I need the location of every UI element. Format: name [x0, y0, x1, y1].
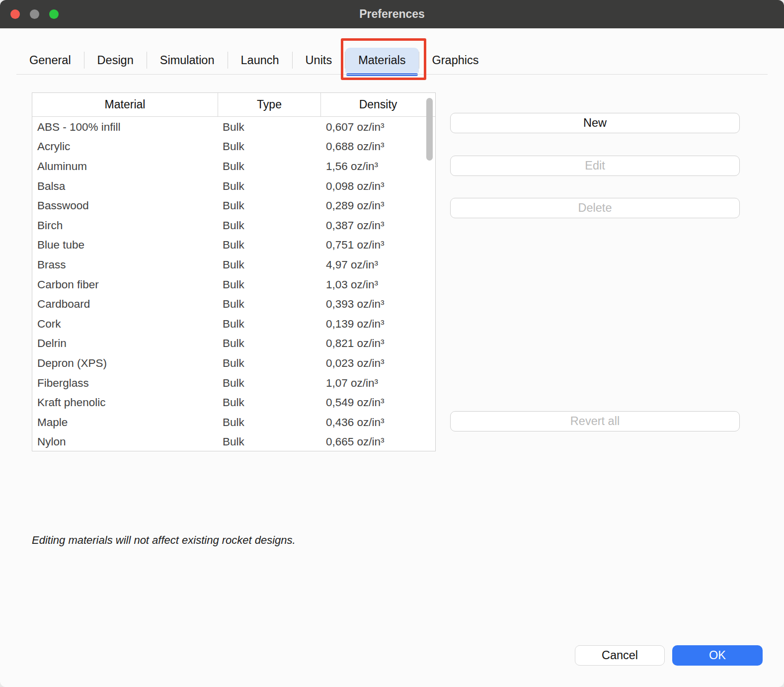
cell-material: Blue tube	[32, 239, 218, 252]
cell-density: 0,139 oz/in³	[321, 318, 435, 331]
table-row[interactable]: CardboardBulk0,393 oz/in³	[32, 294, 435, 314]
cell-material: Aluminum	[32, 160, 218, 173]
table-row[interactable]: ABS - 100% infillBulk0,607 oz/in³	[32, 117, 435, 137]
table-row[interactable]: MapleBulk0,436 oz/in³	[32, 413, 435, 432]
cell-material: Depron (XPS)	[32, 357, 218, 370]
cell-type: Bulk	[218, 318, 321, 331]
cell-material: Cork	[32, 318, 218, 331]
table-row[interactable]: Depron (XPS)Bulk0,023 oz/in³	[32, 353, 435, 373]
tab-bar: GeneralDesignSimulationLaunchUnitsMateri…	[16, 48, 768, 73]
cell-type: Bulk	[218, 357, 321, 370]
table-row[interactable]: BasswoodBulk0,289 oz/in³	[32, 196, 435, 216]
scrollbar-thumb[interactable]	[426, 98, 433, 161]
tab-design[interactable]: Design	[84, 48, 147, 73]
cell-type: Bulk	[218, 121, 321, 134]
cell-type: Bulk	[218, 377, 321, 390]
cell-density: 0,688 oz/in³	[321, 140, 435, 153]
column-header-density: Density	[321, 93, 435, 116]
table-row[interactable]: BirchBulk0,387 oz/in³	[32, 216, 435, 236]
table-row[interactable]: Kraft phenolicBulk0,549 oz/in³	[32, 393, 435, 413]
cell-material: Kraft phenolic	[32, 396, 218, 409]
cell-type: Bulk	[218, 140, 321, 153]
cell-material: Brass	[32, 258, 218, 271]
traffic-lights	[10, 9, 59, 19]
table-row[interactable]: NylonBulk0,665 oz/in³	[32, 432, 435, 451]
cell-density: 0,098 oz/in³	[321, 180, 435, 193]
cell-density: 1,07 oz/in³	[321, 377, 435, 390]
tab-graphics[interactable]: Graphics	[419, 48, 492, 73]
cell-type: Bulk	[218, 298, 321, 311]
cell-type: Bulk	[218, 219, 321, 232]
cell-density: 0,393 oz/in³	[321, 298, 435, 311]
cell-density: 0,289 oz/in³	[321, 199, 435, 212]
cell-material: Fiberglass	[32, 377, 218, 390]
cell-type: Bulk	[218, 199, 321, 212]
cell-type: Bulk	[218, 258, 321, 271]
tab-launch[interactable]: Launch	[228, 48, 292, 73]
cell-density: 0,023 oz/in³	[321, 357, 435, 370]
cell-type: Bulk	[218, 239, 321, 252]
cell-density: 0,665 oz/in³	[321, 435, 435, 448]
cell-density: 4,97 oz/in³	[321, 258, 435, 271]
cell-material: Carbon fiber	[32, 278, 218, 291]
tab-general[interactable]: General	[16, 48, 84, 73]
cancel-button[interactable]: Cancel	[575, 645, 665, 666]
cell-density: 0,549 oz/in³	[321, 396, 435, 409]
tabbar-separator	[16, 74, 768, 75]
cell-material: Maple	[32, 416, 218, 429]
cell-type: Bulk	[218, 278, 321, 291]
revert-all-button[interactable]: Revert all	[450, 411, 740, 431]
table-row[interactable]: CorkBulk0,139 oz/in³	[32, 314, 435, 334]
cell-material: Delrin	[32, 337, 218, 350]
delete-button[interactable]: Delete	[450, 198, 740, 218]
materials-table-body: ABS - 100% infillBulk0,607 oz/in³Acrylic…	[32, 117, 435, 451]
cell-material: Acrylic	[32, 140, 218, 153]
cell-material: Basswood	[32, 199, 218, 212]
cell-density: 0,607 oz/in³	[321, 121, 435, 134]
tab-units[interactable]: Units	[293, 48, 345, 73]
tab-simulation[interactable]: Simulation	[147, 48, 228, 73]
cell-type: Bulk	[218, 396, 321, 409]
cell-density: 1,56 oz/in³	[321, 160, 435, 173]
zoom-button[interactable]	[49, 9, 59, 19]
cell-material: Birch	[32, 219, 218, 232]
cell-type: Bulk	[218, 435, 321, 448]
cell-density: 1,03 oz/in³	[321, 278, 435, 291]
table-row[interactable]: BalsaBulk0,098 oz/in³	[32, 176, 435, 196]
table-row[interactable]: Blue tubeBulk0,751 oz/in³	[32, 236, 435, 256]
cell-type: Bulk	[218, 160, 321, 173]
table-row[interactable]: Carbon fiberBulk1,03 oz/in³	[32, 275, 435, 295]
edit-button[interactable]: Edit	[450, 156, 740, 176]
cell-material: Balsa	[32, 180, 218, 193]
table-row[interactable]: BrassBulk4,97 oz/in³	[32, 255, 435, 275]
ok-button[interactable]: OK	[672, 645, 763, 666]
materials-note: Editing materials will not affect existi…	[32, 534, 296, 547]
preferences-window: Preferences GeneralDesignSimulationLaunc…	[0, 0, 784, 687]
close-button[interactable]	[10, 9, 20, 19]
cell-material: ABS - 100% infill	[32, 121, 218, 134]
table-row[interactable]: AluminumBulk1,56 oz/in³	[32, 157, 435, 176]
cell-type: Bulk	[218, 416, 321, 429]
table-row[interactable]: AcrylicBulk0,688 oz/in³	[32, 137, 435, 157]
cell-density: 0,821 oz/in³	[321, 337, 435, 350]
new-button[interactable]: New	[450, 113, 740, 133]
tab-materials[interactable]: Materials	[345, 48, 418, 73]
column-header-type: Type	[218, 93, 321, 116]
table-row[interactable]: FiberglassBulk1,07 oz/in³	[32, 373, 435, 393]
materials-table: Material Type Density ABS - 100% infillB…	[32, 92, 436, 451]
minimize-button[interactable]	[30, 9, 39, 19]
table-header: Material Type Density	[32, 93, 435, 117]
cell-density: 0,387 oz/in³	[321, 219, 435, 232]
cell-material: Nylon	[32, 435, 218, 448]
cell-type: Bulk	[218, 337, 321, 350]
table-row[interactable]: DelrinBulk0,821 oz/in³	[32, 334, 435, 354]
column-header-material: Material	[32, 93, 218, 116]
cell-type: Bulk	[218, 180, 321, 193]
cell-material: Cardboard	[32, 298, 218, 311]
title-bar: Preferences	[0, 0, 784, 28]
window-title: Preferences	[359, 7, 425, 21]
cell-density: 0,751 oz/in³	[321, 239, 435, 252]
cell-density: 0,436 oz/in³	[321, 416, 435, 429]
